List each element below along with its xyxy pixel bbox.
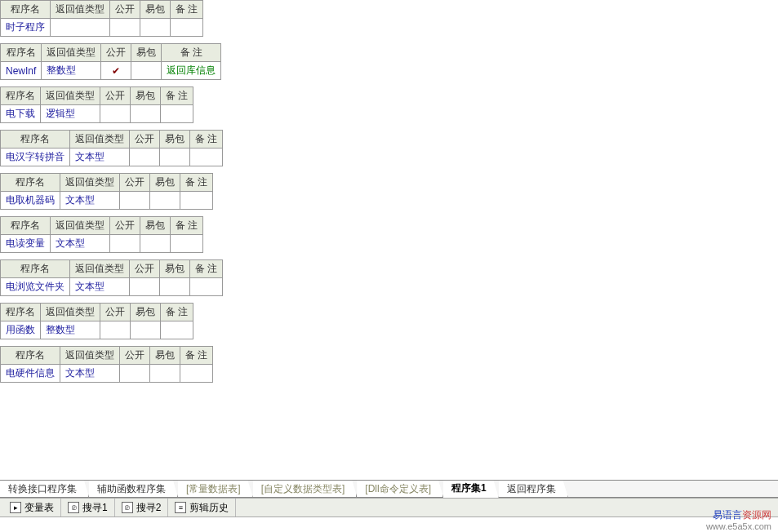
subroutine-name[interactable]: 电取机器码 — [1, 192, 60, 210]
public-cell[interactable] — [120, 192, 150, 210]
subroutine-table: 程序名 返回值类型 公开 易包 备 注 电下载 逻辑型 — [0, 86, 193, 123]
subroutine-name[interactable]: 时子程序 — [1, 19, 51, 37]
subroutine-name[interactable]: 电读变量 — [1, 235, 51, 253]
subroutine-name[interactable]: 电浏览文件夹 — [1, 278, 70, 296]
return-type[interactable]: 文本型 — [70, 149, 130, 166]
return-type[interactable]: 文本型 — [60, 192, 120, 210]
package-cell[interactable] — [140, 235, 171, 253]
public-cell[interactable] — [130, 278, 160, 296]
status-变量表[interactable]: ▸变量表 — [3, 499, 61, 516]
package-cell[interactable] — [160, 149, 190, 166]
check-icon: ✔ — [106, 65, 126, 77]
table-row[interactable]: 时子程序 — [1, 19, 203, 37]
table-row[interactable]: 电取机器码 文本型 — [1, 192, 213, 210]
public-cell[interactable] — [110, 19, 140, 37]
header-return-type: 返回值类型 — [60, 174, 120, 192]
package-cell[interactable] — [150, 365, 180, 383]
subroutine-name[interactable]: 电汉字转拼音 — [1, 149, 70, 166]
header-note: 备 注 — [180, 174, 213, 192]
header-return-type: 返回值类型 — [42, 44, 101, 62]
package-cell[interactable] — [150, 192, 180, 210]
header-return-type: 返回值类型 — [70, 131, 130, 149]
note-cell[interactable] — [190, 278, 223, 296]
package-cell[interactable] — [131, 105, 161, 123]
table-row[interactable]: 电读变量 文本型 — [1, 235, 203, 253]
tab-返回程序集[interactable]: 返回程序集 — [499, 481, 568, 497]
status-剪辑历史[interactable]: ≡剪辑历史 — [168, 499, 236, 516]
header-note: 备 注 — [171, 217, 203, 235]
header-public: 公开 — [101, 44, 131, 62]
note-cell[interactable] — [171, 19, 203, 37]
status-搜寻2[interactable]: ⎚搜寻2 — [115, 499, 169, 516]
header-package: 易包 — [150, 174, 180, 192]
table-row[interactable]: 电浏览文件夹 文本型 — [1, 278, 223, 296]
table-row[interactable]: 电汉字转拼音 文本型 — [1, 149, 223, 166]
footer-url: www.e5a5x.com — [706, 521, 771, 532]
return-type[interactable]: 文本型 — [70, 278, 130, 296]
subroutine-table: 程序名 返回值类型 公开 易包 备 注 NewInf 整数型 ✔ 返回库信息 — [0, 43, 221, 80]
tab-自定义数据类型表[interactable]: [自定义数据类型表] — [253, 481, 358, 497]
package-cell[interactable] — [140, 19, 171, 37]
subroutine-name[interactable]: 电下载 — [1, 105, 41, 123]
header-name: 程序名 — [1, 131, 70, 149]
header-package: 易包 — [140, 217, 171, 235]
header-name: 程序名 — [1, 260, 70, 278]
subroutine-table: 程序名 返回值类型 公开 易包 备 注 电读变量 文本型 — [0, 216, 203, 253]
table-row[interactable]: NewInf 整数型 ✔ 返回库信息 — [1, 62, 221, 80]
note-cell[interactable] — [161, 321, 193, 339]
return-type[interactable]: 文本型 — [51, 235, 110, 253]
return-type[interactable]: 整数型 — [42, 62, 101, 80]
header-name: 程序名 — [1, 1, 51, 19]
note-cell[interactable] — [171, 235, 203, 253]
return-type[interactable] — [51, 19, 110, 37]
header-public: 公开 — [120, 347, 150, 365]
header-public: 公开 — [100, 87, 131, 105]
header-note: 备 注 — [190, 260, 223, 278]
public-cell[interactable] — [110, 235, 140, 253]
package-cell[interactable] — [131, 321, 161, 339]
tab-转换接口程序集[interactable]: 转换接口程序集 — [0, 481, 89, 497]
header-package: 易包 — [160, 131, 190, 149]
table-row[interactable]: 电下载 逻辑型 — [1, 105, 193, 123]
status-label: 搜寻2 — [136, 501, 162, 515]
subroutine-name[interactable]: 用函数 — [1, 321, 41, 339]
note-cell[interactable] — [180, 365, 213, 383]
status-搜寻1[interactable]: ⎚搜寻1 — [61, 499, 115, 516]
header-name: 程序名 — [1, 44, 42, 62]
public-cell[interactable] — [100, 321, 131, 339]
tab-程序集1[interactable]: 程序集1 — [443, 481, 499, 498]
public-cell[interactable] — [120, 365, 150, 383]
note-cell[interactable] — [190, 149, 223, 166]
public-cell[interactable] — [130, 149, 160, 166]
table-row[interactable]: 电硬件信息 文本型 — [1, 365, 213, 383]
note-cell[interactable]: 返回库信息 — [162, 62, 221, 80]
return-type[interactable]: 文本型 — [60, 365, 120, 383]
tab-辅助函数程序集[interactable]: 辅助函数程序集 — [89, 481, 178, 497]
header-note: 备 注 — [161, 87, 193, 105]
return-type[interactable]: 整数型 — [41, 321, 100, 339]
footer-watermark: 易语言资源网 www.e5a5x.com — [706, 509, 771, 532]
header-package: 易包 — [140, 1, 171, 19]
header-return-type: 返回值类型 — [41, 304, 100, 321]
note-cell[interactable] — [161, 105, 193, 123]
return-type[interactable]: 逻辑型 — [41, 105, 100, 123]
module-tabs: 转换接口程序集辅助函数程序集[常量数据表][自定义数据类型表][Dll命令定义表… — [0, 480, 778, 498]
header-note: 备 注 — [171, 1, 203, 19]
tab-常量数据表[interactable]: [常量数据表] — [178, 481, 253, 497]
package-cell[interactable] — [160, 278, 190, 296]
tab-Dll命令定义表[interactable]: [Dll命令定义表] — [357, 481, 443, 497]
header-public: 公开 — [130, 260, 160, 278]
table-row[interactable]: 用函数 整数型 — [1, 321, 193, 339]
header-package: 易包 — [160, 260, 190, 278]
package-cell[interactable] — [131, 62, 162, 80]
note-cell[interactable] — [180, 192, 213, 210]
status-icon: ⎚ — [122, 502, 133, 513]
public-cell[interactable]: ✔ — [101, 62, 131, 80]
status-bar: ▸变量表⎚搜寻1⎚搜寻2≡剪辑历史 — [0, 498, 778, 517]
header-return-type: 返回值类型 — [51, 1, 110, 19]
header-note: 备 注 — [180, 347, 213, 365]
subroutine-name[interactable]: NewInf — [1, 62, 42, 80]
subroutine-name[interactable]: 电硬件信息 — [1, 365, 60, 383]
header-package: 易包 — [131, 304, 161, 321]
public-cell[interactable] — [100, 105, 131, 123]
